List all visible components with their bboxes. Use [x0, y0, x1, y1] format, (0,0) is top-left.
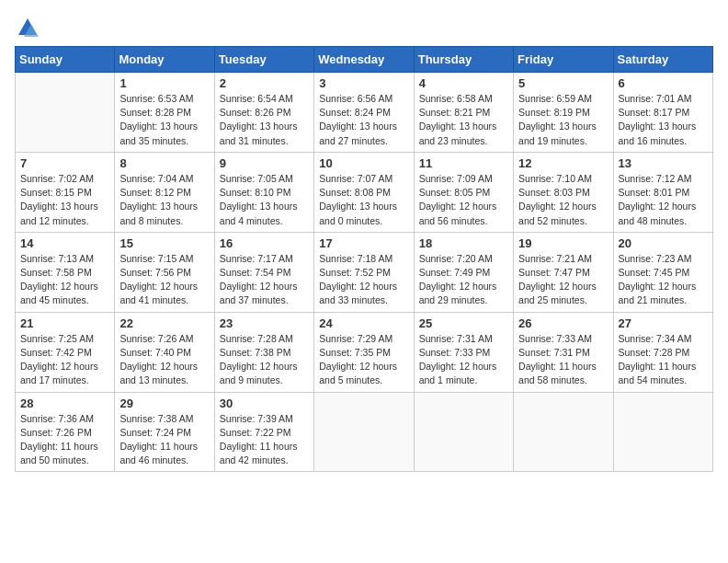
day-info: Sunrise: 7:12 AMSunset: 8:01 PMDaylight:…: [619, 172, 708, 228]
day-info: Sunrise: 6:59 AMSunset: 8:19 PMDaylight:…: [518, 92, 608, 148]
day-info: Sunrise: 7:34 AMSunset: 7:28 PMDaylight:…: [619, 332, 708, 388]
day-cell: 22Sunrise: 7:26 AMSunset: 7:40 PMDayligh…: [115, 312, 214, 392]
day-cell: 25Sunrise: 7:31 AMSunset: 7:33 PMDayligh…: [414, 312, 513, 392]
day-cell: 9Sunrise: 7:05 AMSunset: 8:10 PMDaylight…: [214, 152, 313, 232]
day-number: 3: [319, 76, 408, 90]
day-info: Sunrise: 7:05 AMSunset: 8:10 PMDaylight:…: [220, 172, 309, 228]
day-cell: [514, 392, 613, 472]
day-number: 1: [119, 76, 209, 90]
col-header-thursday: Thursday: [414, 47, 513, 73]
col-header-saturday: Saturday: [613, 47, 712, 73]
week-row-3: 14Sunrise: 7:13 AMSunset: 7:58 PMDayligh…: [16, 232, 713, 312]
day-number: 22: [119, 316, 209, 330]
week-row-1: 1Sunrise: 6:53 AMSunset: 8:28 PMDaylight…: [16, 73, 713, 153]
day-info: Sunrise: 7:15 AMSunset: 7:56 PMDaylight:…: [119, 252, 209, 308]
day-info: Sunrise: 7:38 AMSunset: 7:24 PMDaylight:…: [119, 412, 209, 468]
col-header-wednesday: Wednesday: [314, 47, 414, 73]
day-info: Sunrise: 7:18 AMSunset: 7:52 PMDaylight:…: [319, 252, 408, 308]
day-number: 19: [518, 236, 608, 250]
day-number: 24: [319, 316, 408, 330]
day-number: 23: [220, 316, 309, 330]
day-cell: 18Sunrise: 7:20 AMSunset: 7:49 PMDayligh…: [414, 232, 513, 312]
day-cell: 16Sunrise: 7:17 AMSunset: 7:54 PMDayligh…: [214, 232, 313, 312]
day-cell: 4Sunrise: 6:58 AMSunset: 8:21 PMDaylight…: [414, 73, 513, 153]
day-cell: 29Sunrise: 7:38 AMSunset: 7:24 PMDayligh…: [115, 392, 214, 472]
day-cell: 12Sunrise: 7:10 AMSunset: 8:03 PMDayligh…: [514, 152, 613, 232]
day-number: 14: [20, 236, 109, 250]
day-cell: 6Sunrise: 7:01 AMSunset: 8:17 PMDaylight…: [613, 73, 712, 153]
day-cell: [613, 392, 712, 472]
day-info: Sunrise: 7:02 AMSunset: 8:15 PMDaylight:…: [20, 172, 109, 228]
day-info: Sunrise: 7:17 AMSunset: 7:54 PMDaylight:…: [220, 252, 309, 308]
day-cell: 23Sunrise: 7:28 AMSunset: 7:38 PMDayligh…: [214, 312, 313, 392]
day-number: 15: [119, 236, 209, 250]
day-number: 20: [619, 236, 708, 250]
day-info: Sunrise: 7:33 AMSunset: 7:31 PMDaylight:…: [518, 332, 608, 388]
day-cell: 24Sunrise: 7:29 AMSunset: 7:35 PMDayligh…: [314, 312, 414, 392]
day-cell: 14Sunrise: 7:13 AMSunset: 7:58 PMDayligh…: [16, 232, 115, 312]
col-header-sunday: Sunday: [16, 47, 115, 73]
day-cell: 8Sunrise: 7:04 AMSunset: 8:12 PMDaylight…: [115, 152, 214, 232]
day-number: 12: [518, 156, 608, 170]
day-cell: 28Sunrise: 7:36 AMSunset: 7:26 PMDayligh…: [16, 392, 115, 472]
col-header-friday: Friday: [514, 47, 613, 73]
day-number: 16: [220, 236, 309, 250]
day-info: Sunrise: 7:31 AMSunset: 7:33 PMDaylight:…: [419, 332, 508, 388]
week-row-4: 21Sunrise: 7:25 AMSunset: 7:42 PMDayligh…: [16, 312, 713, 392]
day-info: Sunrise: 7:23 AMSunset: 7:45 PMDaylight:…: [619, 252, 708, 308]
day-cell: 7Sunrise: 7:02 AMSunset: 8:15 PMDaylight…: [16, 152, 115, 232]
day-cell: 19Sunrise: 7:21 AMSunset: 7:47 PMDayligh…: [514, 232, 613, 312]
day-cell: [414, 392, 513, 472]
week-row-5: 28Sunrise: 7:36 AMSunset: 7:26 PMDayligh…: [16, 392, 713, 472]
page-header: [15, 15, 713, 40]
day-info: Sunrise: 7:39 AMSunset: 7:22 PMDaylight:…: [220, 412, 309, 468]
col-header-tuesday: Tuesday: [214, 47, 313, 73]
day-number: 25: [419, 316, 508, 330]
day-number: 26: [518, 316, 608, 330]
day-info: Sunrise: 7:28 AMSunset: 7:38 PMDaylight:…: [220, 332, 309, 388]
col-header-monday: Monday: [115, 47, 214, 73]
day-info: Sunrise: 7:25 AMSunset: 7:42 PMDaylight:…: [20, 332, 109, 388]
week-row-2: 7Sunrise: 7:02 AMSunset: 8:15 PMDaylight…: [16, 152, 713, 232]
day-info: Sunrise: 7:10 AMSunset: 8:03 PMDaylight:…: [518, 172, 608, 228]
day-cell: [16, 73, 115, 153]
day-cell: [314, 392, 414, 472]
day-cell: 2Sunrise: 6:54 AMSunset: 8:26 PMDaylight…: [214, 73, 313, 153]
day-info: Sunrise: 7:21 AMSunset: 7:47 PMDaylight:…: [518, 252, 608, 308]
day-cell: 30Sunrise: 7:39 AMSunset: 7:22 PMDayligh…: [214, 392, 313, 472]
day-info: Sunrise: 6:56 AMSunset: 8:24 PMDaylight:…: [319, 92, 408, 148]
day-cell: 27Sunrise: 7:34 AMSunset: 7:28 PMDayligh…: [613, 312, 712, 392]
calendar-table: SundayMondayTuesdayWednesdayThursdayFrid…: [15, 46, 713, 472]
day-number: 11: [419, 156, 508, 170]
day-info: Sunrise: 7:29 AMSunset: 7:35 PMDaylight:…: [319, 332, 408, 388]
day-number: 17: [319, 236, 408, 250]
day-cell: 3Sunrise: 6:56 AMSunset: 8:24 PMDaylight…: [314, 73, 414, 153]
day-info: Sunrise: 7:36 AMSunset: 7:26 PMDaylight:…: [20, 412, 109, 468]
day-number: 10: [319, 156, 408, 170]
day-info: Sunrise: 6:54 AMSunset: 8:26 PMDaylight:…: [220, 92, 309, 148]
day-number: 7: [20, 156, 109, 170]
day-number: 27: [619, 316, 708, 330]
day-number: 18: [419, 236, 508, 250]
day-info: Sunrise: 7:01 AMSunset: 8:17 PMDaylight:…: [619, 92, 708, 148]
calendar-header-row: SundayMondayTuesdayWednesdayThursdayFrid…: [16, 47, 713, 73]
day-cell: 10Sunrise: 7:07 AMSunset: 8:08 PMDayligh…: [314, 152, 414, 232]
day-cell: 21Sunrise: 7:25 AMSunset: 7:42 PMDayligh…: [16, 312, 115, 392]
day-info: Sunrise: 7:04 AMSunset: 8:12 PMDaylight:…: [119, 172, 209, 228]
day-cell: 1Sunrise: 6:53 AMSunset: 8:28 PMDaylight…: [115, 73, 214, 153]
logo: [15, 15, 44, 40]
day-number: 28: [20, 396, 109, 410]
day-cell: 15Sunrise: 7:15 AMSunset: 7:56 PMDayligh…: [115, 232, 214, 312]
day-number: 30: [220, 396, 309, 410]
day-number: 21: [20, 316, 109, 330]
day-info: Sunrise: 7:09 AMSunset: 8:05 PMDaylight:…: [419, 172, 508, 228]
day-number: 2: [220, 76, 309, 90]
logo-icon: [15, 15, 40, 40]
day-number: 29: [119, 396, 209, 410]
day-number: 13: [619, 156, 708, 170]
day-number: 9: [220, 156, 309, 170]
day-cell: 13Sunrise: 7:12 AMSunset: 8:01 PMDayligh…: [613, 152, 712, 232]
day-info: Sunrise: 6:58 AMSunset: 8:21 PMDaylight:…: [419, 92, 508, 148]
day-number: 8: [119, 156, 209, 170]
day-number: 4: [419, 76, 508, 90]
